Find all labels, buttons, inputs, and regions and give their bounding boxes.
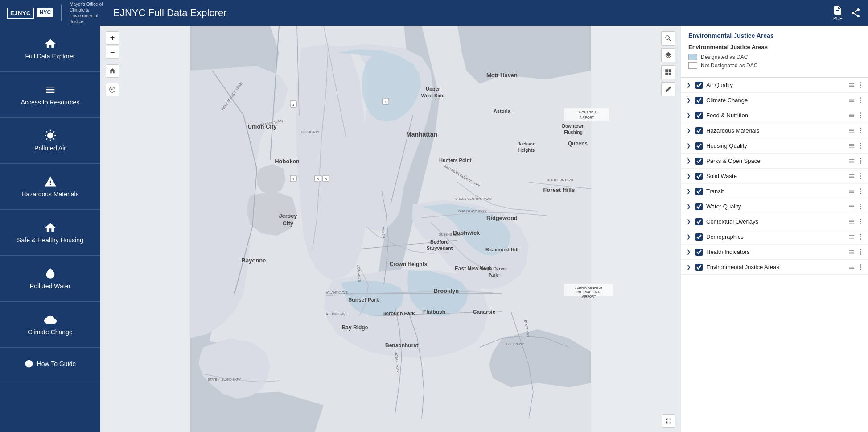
- layer-checkbox-housing-quality[interactable]: [695, 142, 703, 150]
- layer-list-icon[interactable]: [848, 158, 855, 165]
- fullscreen-button[interactable]: [662, 414, 675, 428]
- sidebar-item-full-data-explorer[interactable]: Full Data Explorer: [0, 26, 100, 72]
- layer-options-icon[interactable]: [859, 263, 863, 271]
- svg-text:ATLANTIC AVE: ATLANTIC AVE: [326, 312, 348, 316]
- layer-options-icon[interactable]: [859, 112, 863, 119]
- measure-button[interactable]: [661, 82, 675, 96]
- logo-area: EJNYC NYC Mayor's Office of Climate & En…: [7, 1, 105, 25]
- svg-text:Upper: Upper: [426, 86, 440, 91]
- layer-chevron-icon: ❯: [687, 158, 692, 164]
- layer-chevron-icon: ❯: [687, 219, 692, 224]
- layer-chevron-icon: ❯: [687, 173, 692, 179]
- layer-list-icon[interactable]: [848, 233, 855, 241]
- svg-text:1: 1: [292, 103, 295, 107]
- sidebar-item-polluted-water[interactable]: Polluted Water: [0, 256, 100, 302]
- layer-list-icon[interactable]: [848, 188, 855, 195]
- layer-row-contextual-overlays[interactable]: ❯Contextual Overlays: [681, 214, 868, 229]
- layer-row-food---nutrition[interactable]: ❯Food & Nutrition: [681, 108, 868, 123]
- layer-row-solid-waste[interactable]: ❯Solid Waste: [681, 169, 868, 184]
- layer-checkbox-hazardous-materials[interactable]: [695, 127, 703, 134]
- layer-row-housing-quality[interactable]: ❯Housing Quality: [681, 138, 868, 154]
- layer-options-icon[interactable]: [859, 96, 863, 104]
- sidebar-item-access-to-resources[interactable]: Access to Resources: [0, 72, 100, 118]
- layer-row-transit[interactable]: ❯Transit: [681, 184, 868, 199]
- svg-text:Queens: Queens: [568, 141, 588, 147]
- layer-label-text: Contextual Overlays: [706, 218, 844, 225]
- sidebar-item-safe-healthy-housing[interactable]: Safe & Healthy Housing: [0, 210, 100, 256]
- layer-options-icon[interactable]: [859, 142, 863, 150]
- layer-options-icon[interactable]: [859, 233, 863, 241]
- sidebar-item-polluted-air[interactable]: Polluted Air: [0, 118, 100, 164]
- layer-checkbox-food---nutrition[interactable]: [695, 112, 703, 119]
- layer-list-icon[interactable]: [848, 142, 855, 150]
- layer-list-icon[interactable]: [848, 173, 855, 180]
- svg-text:West Side: West Side: [421, 93, 444, 98]
- layer-list-icon[interactable]: [848, 112, 855, 119]
- layer-checkbox-solid-waste[interactable]: [695, 173, 703, 180]
- layer-list-icon[interactable]: [848, 127, 855, 134]
- svg-text:GRAND CENTRAL PKWY: GRAND CENTRAL PKWY: [455, 197, 492, 200]
- search-map-button[interactable]: [661, 31, 675, 46]
- sidebar-label-hazardous-materials: Hazardous Materials: [21, 191, 78, 198]
- layer-checkbox-demographics[interactable]: [695, 233, 703, 241]
- layer-options-icon[interactable]: [859, 127, 863, 134]
- sidebar-item-how-to-guide[interactable]: How To Guide: [0, 348, 100, 380]
- home-button[interactable]: [106, 64, 119, 78]
- svg-text:AIRPORT: AIRPORT: [579, 116, 594, 120]
- panel-section-title: Environmental Justice Areas: [688, 32, 861, 39]
- zoom-in-button[interactable]: +: [106, 31, 119, 45]
- svg-text:NORTHERN BLVD: NORTHERN BLVD: [547, 179, 573, 182]
- svg-text:Manhattan: Manhattan: [406, 131, 437, 138]
- layer-checkbox-parks---open-space[interactable]: [695, 158, 703, 165]
- layer-list-icon[interactable]: [848, 218, 855, 225]
- layer-checkbox-contextual-overlays[interactable]: [695, 218, 703, 225]
- layer-options-icon[interactable]: [859, 203, 863, 210]
- layer-chevron-icon: ❯: [687, 82, 692, 88]
- sidebar-item-climate-change[interactable]: Climate Change: [0, 302, 100, 348]
- compass-button[interactable]: [106, 83, 119, 96]
- layer-options-icon[interactable]: [859, 187, 863, 195]
- sidebar-label-access-to-resources: Access to Resources: [21, 99, 80, 106]
- layer-checkbox-water-quality[interactable]: [695, 203, 703, 210]
- layer-checkbox-health-indicators[interactable]: [695, 249, 703, 256]
- layer-row-air-quality[interactable]: ❯Air Quality: [681, 78, 868, 93]
- layers-button[interactable]: [661, 48, 675, 62]
- layer-options-icon[interactable]: [859, 81, 863, 89]
- layer-chevron-icon: ❯: [687, 234, 692, 240]
- not-dac-swatch: [688, 62, 697, 69]
- header-org: Mayor's Office of Climate & Environmenta…: [70, 1, 105, 25]
- sidebar-item-hazardous-materials[interactable]: Hazardous Materials: [0, 164, 100, 210]
- layer-row-health-indicators[interactable]: ❯Health Indicators: [681, 245, 868, 260]
- layer-row-environmental-justice-areas[interactable]: ❯Environmental Justice Areas: [681, 260, 868, 275]
- layer-checkbox-environmental-justice-areas[interactable]: [695, 264, 703, 271]
- layer-list-icon[interactable]: [848, 264, 855, 271]
- layer-options-icon[interactable]: [859, 172, 863, 180]
- sidebar-label-polluted-water: Polluted Water: [30, 282, 70, 290]
- layer-options-icon[interactable]: [859, 248, 863, 256]
- layer-label-text: Water Quality: [706, 203, 844, 210]
- layer-row-hazardous-materials[interactable]: ❯Hazardous Materials: [681, 123, 868, 138]
- map-container[interactable]: NEW JERSEY TPKE BROADWAY ATLANTIC AVE AT…: [100, 26, 681, 432]
- layer-row-water-quality[interactable]: ❯Water Quality: [681, 199, 868, 214]
- layer-checkbox-climate-change[interactable]: [695, 97, 703, 104]
- layer-checkbox-air-quality[interactable]: [695, 82, 703, 89]
- zoom-out-button[interactable]: −: [106, 46, 119, 59]
- pdf-button[interactable]: PDF: [832, 5, 843, 21]
- pdf-label: PDF: [833, 16, 842, 21]
- app-title: EJNYC Full Data Explorer: [113, 7, 226, 19]
- layer-list-icon[interactable]: [848, 82, 855, 89]
- layer-row-climate-change[interactable]: ❯Climate Change: [681, 93, 868, 108]
- layer-options-icon[interactable]: [859, 218, 863, 225]
- layer-options-icon[interactable]: [859, 157, 863, 165]
- grid-button[interactable]: [661, 65, 675, 79]
- share-button[interactable]: [850, 8, 861, 18]
- layer-list-icon[interactable]: [848, 249, 855, 256]
- layer-row-parks---open-space[interactable]: ❯Parks & Open Space: [681, 154, 868, 169]
- layer-label-text: Solid Waste: [706, 173, 844, 179]
- layer-list-icon[interactable]: [848, 97, 855, 104]
- layer-list-icon[interactable]: [848, 203, 855, 210]
- sidebar-label-climate-change: Climate Change: [28, 328, 72, 336]
- layer-row-demographics[interactable]: ❯Demographics: [681, 229, 868, 245]
- svg-text:STATEN ISLAND EXPY: STATEN ISLAND EXPY: [208, 378, 241, 381]
- layer-checkbox-transit[interactable]: [695, 188, 703, 195]
